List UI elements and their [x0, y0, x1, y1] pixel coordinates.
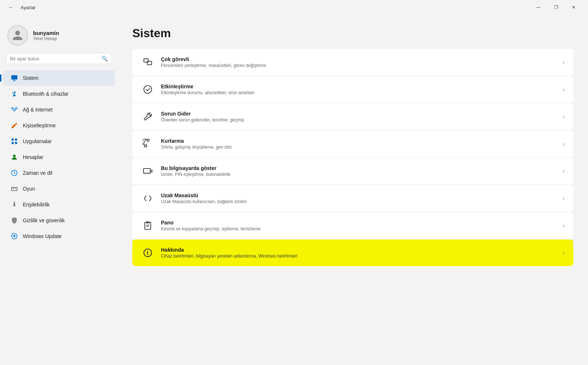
settings-item-title-cok-gorevli: Çok görevli: [161, 56, 556, 62]
settings-item-text-sorun-gider: Sorun Gider Önerilen sorun gidericiler, …: [161, 111, 556, 123]
svg-point-7: [13, 188, 14, 189]
activate-icon: [141, 83, 154, 96]
sidebar-label-ag: Ağ & internet: [23, 107, 53, 113]
search-box: 🔍: [6, 53, 112, 64]
settings-item-bu-bilgisayarda[interactable]: Bu bilgisayarda göster İzinler, PIN eşle…: [132, 158, 573, 184]
sidebar-label-update: Windows Update: [23, 233, 62, 239]
sidebar-label-kisisel: Kişiselleştirme: [23, 123, 55, 128]
settings-item-title-bu-bilgisayarda: Bu bilgisayarda göster: [161, 165, 556, 171]
sidebar-label-gizlilik: Gizlilik ve güvenlik: [23, 217, 65, 223]
info-icon: [141, 246, 154, 259]
svg-point-12: [144, 86, 152, 93]
settings-item-cok-gorevli[interactable]: Çok görevli Pencereleri yerleştirme, mas…: [132, 49, 573, 75]
chevron-right-icon: ›: [563, 250, 564, 256]
titlebar-controls: — ❐ ✕: [530, 1, 582, 13]
recovery-icon: [141, 137, 154, 150]
sidebar-item-erisim[interactable]: Erişilebilirlik: [3, 197, 115, 212]
settings-item-title-kurtarma: Kurtarma: [161, 138, 556, 144]
paint-icon: [10, 121, 18, 130]
settings-item-desc-bu-bilgisayarda: İzinler, PIN eşleştirme, bulunabilirlik: [161, 172, 556, 177]
settings-item-title-hakkinda: Hakkında: [161, 247, 556, 253]
user-type: Yerel Hesap: [33, 36, 59, 41]
sidebar-item-oyun[interactable]: Oyun: [3, 181, 115, 196]
settings-item-desc-pano: Kesme ve kopyalama geçmişi, eşitleme, te…: [161, 226, 556, 231]
sidebar-label-uygulamalar: Uygulamalar: [23, 138, 52, 144]
settings-item-text-hakkinda: Hakkında Cihaz belirtimleri, bilgisayarı…: [161, 247, 556, 259]
svg-rect-16: [145, 223, 151, 230]
settings-item-desc-kurtarma: Sıfırla, gelişmiş önyükleme, geri dön: [161, 145, 556, 150]
content-area: Sistem Çok görevli Pencereleri yerleştir…: [118, 15, 588, 365]
settings-item-title-sorun-gider: Sorun Gider: [161, 111, 556, 117]
sidebar-item-gizlilik[interactable]: Gizlilik ve güvenlik: [3, 213, 115, 228]
settings-item-text-bu-bilgisayarda: Bu bilgisayarda göster İzinler, PIN eşle…: [161, 165, 556, 177]
settings-item-hakkinda[interactable]: Hakkında Cihaz belirtimleri, bilgisayarı…: [132, 240, 573, 266]
sidebar-item-zaman[interactable]: Zaman ve dil: [3, 165, 115, 181]
sidebar-item-uygulamalar[interactable]: Uygulamalar: [3, 134, 115, 149]
settings-item-pano[interactable]: Pano Kesme ve kopyalama geçmişi, eşitlem…: [132, 212, 573, 239]
back-button[interactable]: ←: [6, 2, 16, 13]
clock-icon: [10, 169, 18, 177]
sidebar-item-kisisel[interactable]: Kişiselleştirme: [3, 118, 115, 133]
bluetooth-icon: [10, 90, 18, 98]
svg-rect-2: [15, 139, 17, 141]
svg-rect-1: [12, 139, 14, 141]
close-button[interactable]: ✕: [565, 1, 582, 13]
settings-item-uzak-masaustu[interactable]: Uzak Masaüstü Uzak Masaüstü kullanıcılar…: [132, 185, 573, 212]
titlebar: ← Ayarlar — ❐ ✕: [0, 0, 588, 15]
maximize-button[interactable]: ❐: [548, 1, 564, 13]
search-input[interactable]: [10, 56, 98, 61]
chevron-right-icon: ›: [563, 141, 564, 147]
sidebar-label-erisim: Erişilebilirlik: [23, 202, 50, 208]
sidebar-item-sistem[interactable]: Sistem: [3, 70, 115, 86]
svg-rect-4: [15, 142, 17, 144]
settings-item-title-pano: Pano: [161, 220, 556, 226]
chevron-right-icon: ›: [563, 86, 564, 92]
sidebar-label-bluetooth: Bluetooth & cihazlar: [23, 91, 69, 97]
settings-item-desc-uzak-masaustu: Uzak Masaüstü kullanıcıları, bağlantı iz…: [161, 199, 556, 204]
user-profile[interactable]: bunyamin Yerel Hesap: [0, 21, 118, 53]
settings-item-kurtarma[interactable]: Kurtarma Sıfırla, gelişmiş önyükleme, ge…: [132, 131, 573, 157]
search-container: 🔍: [0, 53, 118, 70]
remote-icon: [141, 192, 154, 205]
settings-item-desc-etkinlestirme: Etkinleştirme durumu, abonelikler, ürün …: [161, 90, 556, 95]
sidebar-item-update[interactable]: Windows Update: [3, 228, 115, 244]
settings-item-title-etkinlestirme: Etkinleştirme: [161, 84, 556, 89]
svg-point-5: [13, 155, 16, 157]
wrench-icon: [141, 110, 154, 123]
sidebar-label-hesaplar: Hesaplar: [23, 154, 43, 160]
monitor-icon: [10, 74, 18, 82]
settings-item-etkinlestirme[interactable]: Etkinleştirme Etkinleştirme durumu, abon…: [132, 76, 573, 103]
sidebar-item-hesaplar[interactable]: Hesaplar: [3, 149, 115, 165]
sidebar-label-sistem: Sistem: [23, 75, 39, 81]
svg-rect-3: [12, 142, 14, 144]
game-icon: [10, 185, 18, 193]
page-title: Sistem: [132, 26, 573, 40]
sidebar-item-bluetooth[interactable]: Bluetooth & cihazlar: [3, 86, 115, 102]
clipboard-icon: [141, 219, 154, 232]
svg-rect-13: [143, 169, 150, 173]
sidebar: bunyamin Yerel Hesap 🔍 Sistem: [0, 15, 118, 365]
settings-item-text-kurtarma: Kurtarma Sıfırla, gelişmiş önyükleme, ge…: [161, 138, 556, 150]
settings-item-text-uzak-masaustu: Uzak Masaüstü Uzak Masaüstü kullanıcılar…: [161, 192, 556, 204]
settings-item-desc-cok-gorevli: Pencereleri yerleştirme, masaüstleri, gö…: [161, 63, 556, 68]
sidebar-item-ag[interactable]: Ağ & internet: [3, 102, 115, 117]
minimize-button[interactable]: —: [530, 1, 547, 13]
person-icon: [10, 153, 18, 161]
network-icon: [10, 106, 18, 114]
search-icon: 🔍: [101, 56, 108, 61]
settings-item-desc-hakkinda: Cihaz belirtimleri, bilgisayarı yeniden …: [161, 254, 556, 259]
chevron-right-icon: ›: [563, 195, 564, 201]
chevron-right-icon: ›: [563, 59, 564, 65]
titlebar-left: ← Ayarlar: [6, 2, 36, 13]
titlebar-title: Ayarlar: [21, 5, 36, 10]
projector-icon: [141, 164, 154, 178]
svg-rect-0: [11, 75, 18, 80]
user-name: bunyamin: [33, 30, 59, 36]
chevron-right-icon: ›: [563, 114, 564, 120]
sidebar-label-oyun: Oyun: [23, 186, 35, 192]
sidebar-nav: Sistem Bluetooth & cihazlar: [0, 70, 118, 244]
apps-icon: [10, 137, 18, 145]
settings-item-sorun-gider[interactable]: Sorun Gider Önerilen sorun gidericiler, …: [132, 103, 573, 130]
settings-item-text-pano: Pano Kesme ve kopyalama geçmişi, eşitlem…: [161, 220, 556, 231]
settings-item-desc-sorun-gider: Önerilen sorun gidericiler, tercihler, g…: [161, 117, 556, 123]
